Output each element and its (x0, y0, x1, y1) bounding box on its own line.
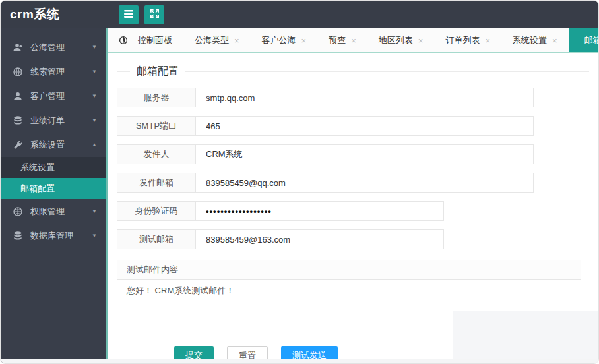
form-row-sender: 发件人 (117, 144, 534, 164)
wrench-icon (13, 140, 23, 150)
sidebar-item-database[interactable]: 数据库管理 ▼ (1, 224, 106, 248)
chevron-down-icon: ▼ (92, 69, 97, 75)
form-row-smtp-port: SMTP端口 (117, 116, 534, 136)
close-icon[interactable]: × (552, 36, 557, 46)
sidebar-item-label: 线索管理 (30, 66, 65, 78)
dashboard-icon (119, 36, 128, 45)
field-label: 发件人 (117, 145, 196, 164)
form-legend-divider: 邮箱配置 (117, 71, 589, 72)
sidebar-item-leads[interactable]: 线索管理 ▼ (1, 59, 106, 84)
sidebar-item-label: 权限管理 (30, 206, 65, 218)
server-input[interactable] (206, 93, 523, 103)
field-label: 测试邮箱 (117, 230, 196, 249)
close-icon[interactable]: × (301, 36, 307, 46)
close-icon[interactable]: × (351, 36, 356, 46)
sidebar-nav: 公海管理 ▼ 线索管理 ▼ 客户管理 ▼ 业绩 (1, 28, 108, 364)
tab-label: 地区列表 (379, 34, 413, 46)
tab-label: 预查 (329, 34, 346, 46)
submenu-item-system-settings[interactable]: 系统设置 (1, 157, 106, 178)
tab-region-list[interactable]: 地区列表 × (367, 28, 435, 52)
app-logo: crm系统 (1, 6, 106, 23)
tab-label: 系统设置 (513, 34, 547, 46)
tab-order-list[interactable]: 订单列表 × (434, 28, 501, 52)
sidebar-item-label: 公海管理 (30, 42, 65, 53)
database-icon (13, 115, 23, 126)
tab-public-sea-type[interactable]: 公海类型 × (183, 28, 251, 52)
close-icon[interactable]: × (418, 36, 424, 46)
sidebar-item-label: 客户管理 (30, 90, 65, 102)
field-label: 发件邮箱 (117, 173, 196, 192)
tab-precheck[interactable]: 预查 × (317, 28, 367, 52)
globe-icon (13, 67, 23, 77)
sidebar-item-customers[interactable]: 客户管理 ▼ (1, 84, 106, 108)
fullscreen-icon (150, 9, 160, 20)
form-row-sender-email: 发件邮箱 (117, 173, 534, 193)
field-label: SMTP端口 (117, 117, 196, 135)
chevron-down-icon: ▼ (92, 44, 97, 50)
auth-code-input[interactable] (206, 206, 433, 216)
test-email-input[interactable] (206, 235, 433, 245)
submenu-item-label: 系统设置 (20, 162, 55, 173)
tab-label: 订单列表 (445, 34, 480, 46)
chevron-down-icon: ▼ (92, 208, 97, 214)
sender-email-input[interactable] (206, 178, 523, 188)
tab-dashboard[interactable]: 控制面板 (108, 28, 183, 52)
field-label: 服务器 (117, 88, 196, 107)
sidebar-item-public-sea[interactable]: 公海管理 ▼ (1, 35, 106, 59)
page-title: 邮箱配置 (130, 65, 185, 78)
tab-label: 公海类型 (195, 34, 229, 46)
chevron-down-icon: ▼ (92, 233, 97, 239)
database-icon (13, 231, 23, 241)
textarea-label: 测试邮件内容 (117, 260, 581, 280)
chevron-down-icon: ▼ (92, 117, 97, 123)
fullscreen-button[interactable] (144, 5, 164, 24)
tab-bar: 控制面板 公海类型 × 客户公海 × 预查 × 地区列表 × (108, 28, 598, 53)
tab-system-settings[interactable]: 系统设置 × (501, 28, 569, 52)
sidebar-item-label: 数据库管理 (30, 230, 73, 242)
sender-name-input[interactable] (206, 150, 523, 160)
sidebar-item-label: 系统设置 (30, 139, 65, 151)
users-icon (13, 42, 23, 53)
form-row-server: 服务器 (117, 88, 534, 107)
app-window: crm系统 公海管理 ▼ (0, 0, 599, 364)
user-icon (13, 91, 23, 102)
bottom-frame-strip (1, 359, 598, 363)
tab-mail-config[interactable]: 邮箱配置 × (569, 28, 598, 52)
form-row-auth-code: 身份验证码 (117, 201, 444, 221)
sidebar-item-label: 业绩订单 (30, 115, 65, 127)
tab-label: 客户公海 (262, 34, 296, 46)
tab-label: 控制面板 (138, 34, 172, 46)
topbar-buttons (119, 5, 164, 24)
close-icon[interactable]: × (485, 36, 490, 46)
submenu-item-mail-config[interactable]: 邮箱配置 (1, 178, 106, 199)
form-row-test-email: 测试邮箱 (117, 229, 444, 249)
sidebar-item-orders[interactable]: 业绩订单 ▼ (1, 108, 106, 133)
hamburger-menu-icon (123, 9, 134, 20)
corner-overlay (453, 311, 598, 359)
smtp-port-input[interactable] (206, 121, 523, 131)
system-settings-submenu: 系统设置 邮箱配置 (1, 157, 106, 199)
globe-icon (13, 206, 23, 217)
tab-label: 邮箱配置 (584, 34, 598, 46)
submenu-item-label: 邮箱配置 (20, 183, 55, 195)
sidebar-item-permissions[interactable]: 权限管理 ▼ (1, 199, 106, 224)
sidebar-item-system-settings[interactable]: 系统设置 ▲ (1, 133, 106, 157)
close-icon[interactable]: × (234, 36, 239, 46)
chevron-down-icon: ▼ (92, 93, 97, 99)
top-header: crm系统 (1, 1, 598, 28)
collapse-sidebar-button[interactable] (119, 5, 139, 24)
chevron-up-icon: ▲ (92, 142, 97, 148)
field-label: 身份验证码 (117, 202, 196, 220)
tab-customer-sea[interactable]: 客户公海 × (251, 28, 318, 52)
